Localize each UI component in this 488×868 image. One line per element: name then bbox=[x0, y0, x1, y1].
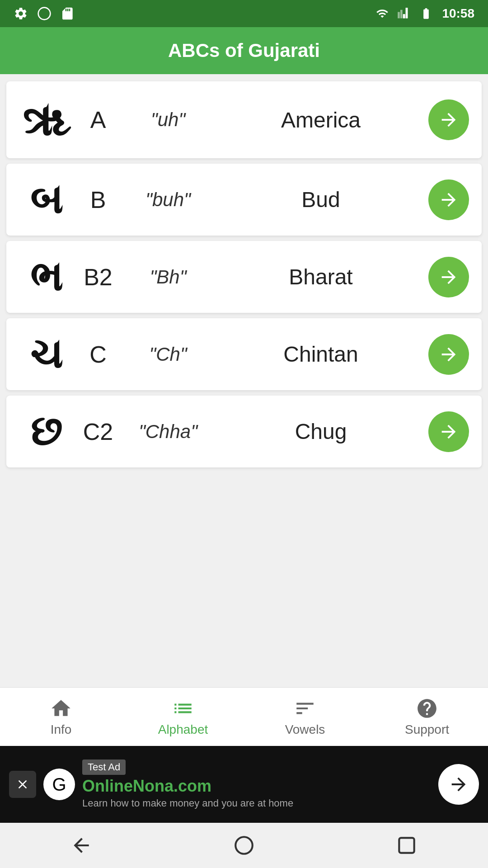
letter-roman-a: A bbox=[73, 106, 123, 133]
ad-arrow-button[interactable] bbox=[438, 764, 479, 805]
letter-pronunciation-b: "buh" bbox=[123, 189, 213, 211]
letter-card-c2: છ C2 "Chha" Chug bbox=[6, 396, 482, 467]
nav-item-support[interactable]: Support bbox=[366, 688, 488, 746]
sd-card-icon bbox=[61, 6, 75, 21]
battery-icon bbox=[417, 7, 436, 20]
vowels-nav-icon bbox=[294, 697, 316, 720]
letter-arrow-b2[interactable] bbox=[428, 257, 469, 297]
svg-rect-2 bbox=[399, 838, 414, 853]
support-nav-icon bbox=[416, 697, 438, 720]
status-icons-right: 10:58 bbox=[374, 6, 474, 21]
gujarati-char-c2: છ bbox=[19, 409, 73, 454]
letter-example-a: America bbox=[213, 108, 428, 132]
letter-roman-b2: B2 bbox=[73, 264, 123, 291]
alphabet-nav-icon bbox=[172, 697, 194, 720]
main-content: ૠ A "uh" America બ B "buh" Bud ભ B2 "Bh"… bbox=[0, 74, 488, 687]
letter-card-c: ચ C "Ch" Chintan bbox=[6, 318, 482, 390]
letter-pronunciation-c2: "Chha" bbox=[123, 421, 213, 443]
nav-label-support: Support bbox=[405, 722, 449, 737]
circle-icon bbox=[37, 6, 52, 21]
ad-sub-text: Learn how to make money and you are at h… bbox=[82, 797, 438, 809]
ad-banner: G Test Ad OnlineNona.com Learn how to ma… bbox=[0, 746, 488, 823]
letter-card-b2: ભ B2 "Bh" Bharat bbox=[6, 241, 482, 313]
ad-content: Test Ad OnlineNona.com Learn how to make… bbox=[82, 760, 438, 809]
svg-point-1 bbox=[235, 837, 253, 854]
ad-label: Test Ad bbox=[82, 760, 126, 775]
nav-item-vowels[interactable]: Vowels bbox=[244, 688, 366, 746]
letter-arrow-c[interactable] bbox=[428, 334, 469, 375]
letter-arrow-a[interactable] bbox=[428, 99, 469, 140]
app-title: ABCs of Gujarati bbox=[168, 40, 320, 61]
letter-example-b2: Bharat bbox=[213, 264, 428, 289]
ad-site: OnlineNona.com bbox=[82, 777, 438, 796]
ad-close-button[interactable] bbox=[9, 771, 36, 798]
letter-roman-b: B bbox=[73, 186, 123, 213]
letter-pronunciation-c: "Ch" bbox=[123, 344, 213, 365]
ad-google-logo: G bbox=[43, 769, 75, 800]
gujarati-char-b2: ભ bbox=[19, 255, 73, 299]
status-time: 10:58 bbox=[442, 6, 474, 21]
svg-point-0 bbox=[38, 8, 51, 20]
signal-icon bbox=[397, 7, 410, 20]
letter-card-a: ૠ A "uh" America bbox=[6, 81, 482, 158]
nav-label-vowels: Vowels bbox=[285, 722, 325, 737]
gujarati-char-a: ૠ bbox=[19, 95, 73, 145]
wifi-icon bbox=[374, 7, 390, 20]
back-button[interactable] bbox=[66, 830, 97, 861]
app-header: ABCs of Gujarati bbox=[0, 27, 488, 74]
home-button[interactable] bbox=[228, 830, 260, 861]
home-nav-icon bbox=[50, 697, 72, 720]
letter-example-b: Bud bbox=[213, 187, 428, 212]
letter-roman-c2: C2 bbox=[73, 418, 123, 445]
letter-example-c2: Chug bbox=[213, 419, 428, 444]
letter-arrow-b[interactable] bbox=[428, 179, 469, 220]
letter-arrow-c2[interactable] bbox=[428, 411, 469, 452]
gujarati-char-b: બ bbox=[19, 177, 73, 222]
letter-pronunciation-b2: "Bh" bbox=[123, 266, 213, 288]
settings-icon bbox=[14, 6, 28, 21]
letter-example-c: Chintan bbox=[213, 342, 428, 367]
nav-item-alphabet[interactable]: Alphabet bbox=[122, 688, 244, 746]
letter-pronunciation-a: "uh" bbox=[123, 109, 213, 131]
gujarati-char-c: ચ bbox=[19, 332, 73, 377]
bottom-nav: Info Alphabet Vowels Support bbox=[0, 687, 488, 746]
nav-label-info: Info bbox=[51, 722, 72, 737]
nav-label-alphabet: Alphabet bbox=[158, 722, 208, 737]
letter-roman-c: C bbox=[73, 341, 123, 368]
recents-button[interactable] bbox=[391, 830, 422, 861]
status-bar: 10:58 bbox=[0, 0, 488, 27]
nav-item-info[interactable]: Info bbox=[0, 688, 122, 746]
system-nav-bar bbox=[0, 823, 488, 868]
status-icons-left bbox=[14, 6, 75, 21]
letter-card-b: બ B "buh" Bud bbox=[6, 164, 482, 236]
